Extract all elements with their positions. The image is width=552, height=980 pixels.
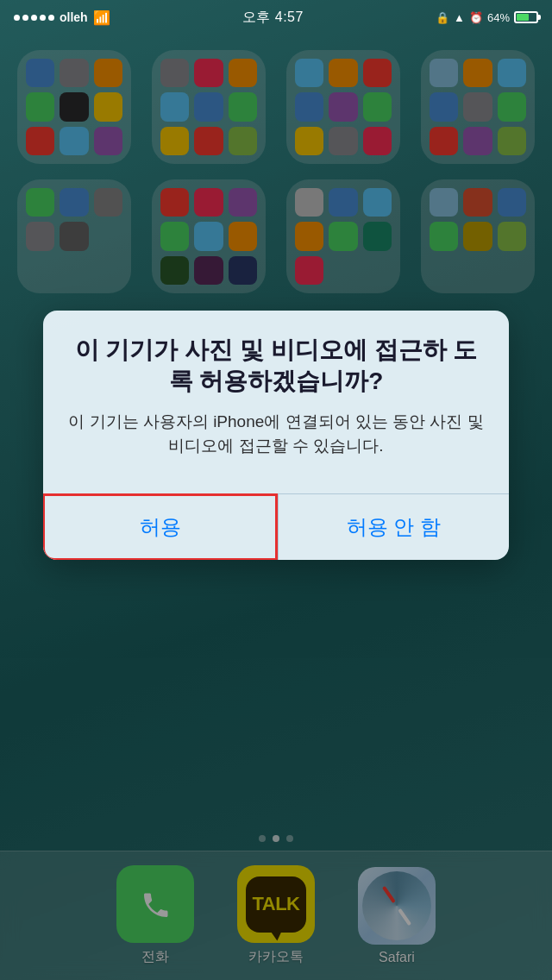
location-icon: ▲	[454, 11, 465, 24]
signal-dots	[14, 15, 54, 21]
dialog-overlay: 이 기기가 사진 및 비디오에 접근하 도록 허용하겠습니까? 이 기기는 사용…	[0, 0, 552, 980]
battery-fill	[517, 14, 529, 21]
signal-dot-4	[40, 15, 46, 21]
signal-dot-1	[14, 15, 20, 21]
status-bar: olleh 📶 오후 4:57 🔒 ▲ ⏰ 64%	[0, 0, 552, 35]
dialog-content: 이 기기가 사진 및 비디오에 접근하 도록 허용하겠습니까? 이 기기는 사용…	[43, 311, 509, 476]
allow-button[interactable]: 허용	[43, 493, 278, 560]
dialog-buttons: 허용 허용 안 함	[43, 493, 509, 560]
signal-dot-3	[31, 15, 37, 21]
wifi-icon: 📶	[93, 9, 110, 26]
lock-icon: 🔒	[436, 11, 449, 24]
alarm-icon: ⏰	[469, 11, 483, 24]
battery-percent: 64%	[487, 11, 510, 24]
permission-dialog: 이 기기가 사진 및 비디오에 접근하 도록 허용하겠습니까? 이 기기는 사용…	[43, 311, 509, 560]
signal-dot-5	[48, 15, 54, 21]
status-time: 오후 4:57	[242, 9, 304, 27]
dialog-message: 이 기기는 사용자의 iPhone에 연결되어 있는 동안 사진 및 비디오에 …	[67, 410, 485, 459]
status-left: olleh 📶	[14, 9, 110, 26]
dialog-title: 이 기기가 사진 및 비디오에 접근하 도록 허용하겠습니까?	[67, 335, 485, 398]
carrier-label: olleh	[60, 10, 88, 24]
battery-icon	[514, 11, 538, 23]
status-right: 🔒 ▲ ⏰ 64%	[436, 11, 538, 24]
signal-dot-2	[22, 15, 28, 21]
deny-button[interactable]: 허용 안 함	[279, 494, 509, 560]
